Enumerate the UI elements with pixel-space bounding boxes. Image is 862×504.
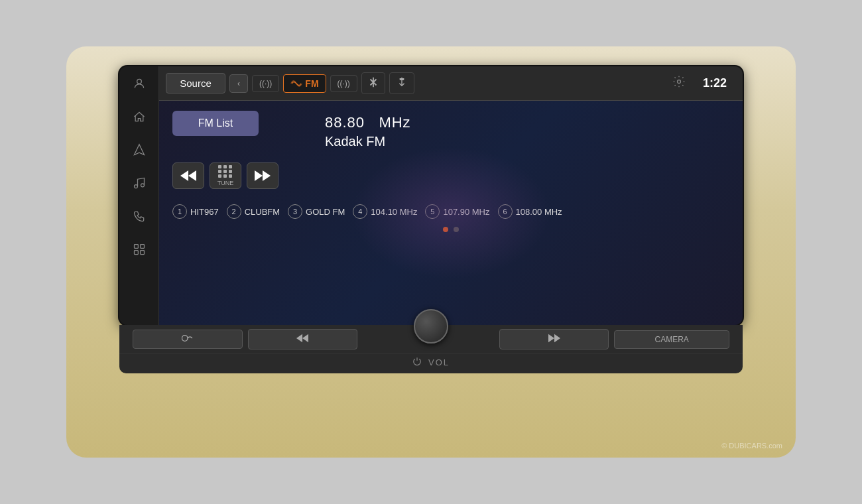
station-name: Kadak FM [325, 134, 411, 149]
preset-6-name: 108.00 MHz [516, 207, 562, 217]
sidebar-icon-nav[interactable] [129, 139, 150, 160]
nav-back-arrow[interactable]: ‹ [229, 74, 248, 93]
preset-3-number: 3 [288, 204, 302, 219]
svg-marker-12 [255, 170, 263, 181]
watermark: © DUBICARS.com [721, 442, 782, 450]
media-toggle-button[interactable] [133, 330, 243, 349]
preset-4[interactable]: 4 104.10 MHz [353, 204, 417, 219]
preset-5-name: 107.90 MHz [443, 207, 489, 217]
forward-button[interactable] [247, 162, 278, 189]
svg-marker-11 [188, 170, 196, 181]
tab-bluetooth[interactable] [361, 72, 385, 94]
volume-knob[interactable] [414, 309, 448, 344]
rewind-button[interactable] [172, 162, 204, 189]
source-button[interactable]: Source [166, 73, 225, 94]
power-vol-row: VOL [119, 353, 743, 373]
svg-marker-15 [296, 334, 302, 343]
car-surround: Source ‹ ((·)) FM [66, 46, 796, 458]
preset-4-name: 104.10 MHz [371, 207, 417, 217]
fm-wave-icon [290, 78, 302, 88]
page-dots [172, 227, 729, 232]
screen-wrapper: Source ‹ ((·)) FM [119, 66, 743, 325]
preset-4-number: 4 [353, 204, 367, 219]
main-content: Source ‹ ((·)) FM [159, 66, 743, 325]
station-info: 88.80 MHz Kadak FM [325, 114, 411, 149]
sidebar-icon-apps[interactable] [129, 239, 150, 260]
preset-6-number: 6 [498, 204, 513, 219]
svg-marker-10 [180, 170, 188, 181]
page-dot-1[interactable] [443, 227, 448, 232]
preset-2[interactable]: 2 CLUBFM [227, 204, 280, 219]
svg-rect-3 [134, 245, 138, 249]
tune-button[interactable]: TUNE [210, 162, 241, 189]
svg-marker-16 [302, 334, 308, 343]
svg-rect-8 [402, 79, 404, 80]
content-area: FM List 88.80 MHz Kadak FM [159, 101, 743, 325]
volume-knob-container [414, 309, 448, 344]
preset-1-number: 1 [172, 204, 187, 219]
fm-label: FM [305, 78, 318, 89]
svg-rect-4 [140, 245, 144, 249]
preset-3[interactable]: 3 GOLD FM [288, 204, 345, 219]
sidebar [119, 66, 159, 325]
svg-marker-13 [263, 170, 271, 181]
camera-button[interactable]: CAMERA [614, 330, 729, 349]
preset-5[interactable]: 5 107.90 MHz [425, 204, 489, 219]
tab-dab[interactable]: ((·)) [330, 75, 357, 92]
preset-3-name: GOLD FM [306, 207, 345, 217]
time-display: 1:22 [703, 76, 736, 90]
tune-label: TUNE [217, 180, 234, 186]
svg-rect-6 [140, 251, 144, 255]
preset-1-name: HIT967 [190, 207, 219, 217]
svg-marker-18 [554, 334, 560, 343]
svg-point-14 [182, 336, 188, 342]
am-wave-icon: ((·)) [259, 79, 272, 88]
sidebar-icon-home[interactable] [129, 106, 150, 127]
controls-row: TUNE [172, 162, 729, 189]
preset-6[interactable]: 6 108.00 MHz [498, 204, 562, 219]
preset-1[interactable]: 1 HIT967 [172, 204, 219, 219]
settings-icon[interactable] [672, 75, 686, 92]
page-dot-2[interactable] [454, 227, 459, 232]
svg-point-1 [134, 185, 137, 188]
tune-dots-icon [218, 165, 233, 178]
svg-point-2 [141, 184, 144, 187]
dab-wave-icon: ((·)) [338, 79, 350, 88]
bluetooth-icon [369, 76, 378, 90]
power-icon[interactable] [412, 357, 422, 368]
top-bar: Source ‹ ((·)) FM [159, 66, 743, 101]
sidebar-icon-music[interactable] [129, 172, 150, 194]
svg-rect-7 [400, 79, 401, 80]
preset-5-number: 5 [425, 204, 440, 219]
preset-2-number: 2 [227, 204, 241, 219]
sidebar-icon-phone[interactable] [129, 206, 150, 227]
hw-rewind-button[interactable] [248, 329, 358, 349]
hw-forward-button[interactable] [499, 329, 609, 349]
vol-label: VOL [428, 357, 450, 367]
tab-fm[interactable]: FM [283, 74, 326, 93]
presets-row: 1 HIT967 2 CLUBFM 3 GOLD FM 4 [172, 204, 729, 219]
fm-list-button[interactable]: FM List [172, 111, 259, 136]
usb-icon [397, 76, 407, 90]
frequency-display: 88.80 MHz [325, 114, 411, 131]
sidebar-icon-user[interactable] [129, 73, 150, 94]
svg-point-9 [678, 80, 681, 84]
infotainment-screen: Source ‹ ((·)) FM [119, 66, 743, 325]
preset-2-name: CLUBFM [245, 207, 280, 217]
svg-rect-5 [134, 251, 138, 255]
svg-point-0 [137, 79, 141, 84]
tab-usb[interactable] [389, 72, 414, 94]
tab-am[interactable]: ((·)) [252, 75, 279, 92]
svg-marker-17 [548, 334, 554, 343]
hardware-controls: CAMERA VOL [119, 325, 743, 373]
